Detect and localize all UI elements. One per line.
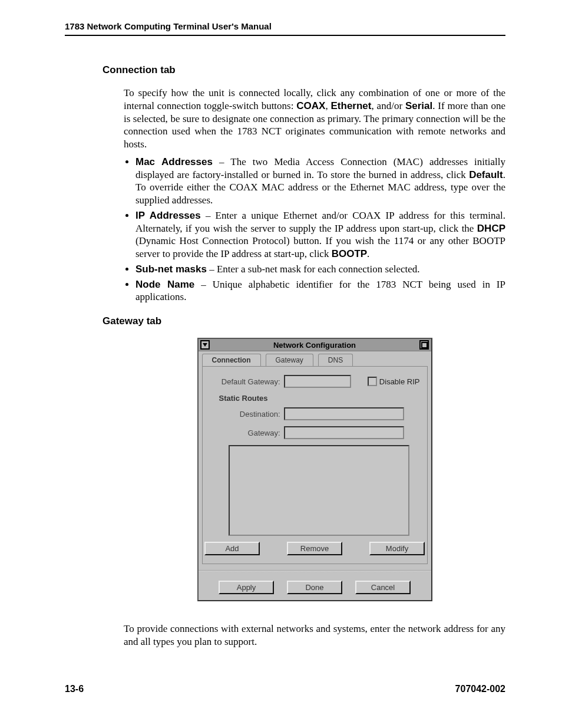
bullet-ip-dhcp: DHCP [477,223,505,234]
dialog-button-row: Apply Done Cancel [199,575,431,599]
route-button-row: Add Remove Modify [210,542,420,555]
gateway-label: Gateway: [222,429,284,437]
remove-button[interactable]: Remove [287,542,342,555]
bullet-subnet-text: – Enter a sub-net mask for each connecti… [207,263,420,275]
tab-connection[interactable]: Connection [202,354,261,366]
running-header: 1783 Network Computing Terminal User's M… [65,21,505,36]
window-menu-button[interactable] [200,340,210,350]
maximize-button[interactable] [419,340,429,350]
destination-input[interactable] [284,407,404,420]
bullet-node: Node Name – Unique alphabetic identifier… [135,278,505,304]
disable-rip-label: Disable RIP [379,377,420,386]
bullet-mac: Mac Addresses – The two Media Access Con… [135,156,505,207]
tab-gateway[interactable]: Gateway [266,354,313,366]
row-gateway: Gateway: [222,426,420,439]
kw-serial: Serial [405,100,432,111]
bullet-ip-bootp: BOOTP [332,248,367,259]
divider [199,570,431,571]
done-button[interactable]: Done [287,581,342,594]
bullet-node-label: Node Name [135,279,194,290]
intro-paragraph: To specify how the unit is connected loc… [124,87,505,151]
gateway-closing-paragraph: To provide connections with external net… [124,622,505,648]
tab-dns[interactable]: DNS [318,354,353,366]
page-number: 13-6 [65,684,84,694]
titlebar: Network Configuration [199,339,431,351]
tab-panel-gateway: Default Gateway: Disable RIP Static Rout… [202,366,428,564]
intro-text-b: , and/or [372,100,405,111]
dialog-figure: Network Configuration Connection Gateway… [124,338,505,601]
document-number: 707042-002 [455,684,505,694]
cancel-button[interactable]: Cancel [355,581,411,594]
add-button[interactable]: Add [204,542,260,555]
square-icon [421,342,428,348]
heading-gateway-tab: Gateway tab [103,315,505,327]
bullet-subnet-label: Sub-net masks [135,263,207,275]
bullet-ip-text-c: . [367,248,369,259]
kw-ethernet: Ethernet [331,100,372,111]
heading-connection-tab: Connection tab [103,64,505,76]
destination-label: Destination: [222,410,284,419]
network-config-dialog: Network Configuration Connection Gateway… [197,338,432,601]
disable-rip-checkbox[interactable] [368,377,377,386]
bullet-mac-default: Default [469,169,503,180]
apply-button[interactable]: Apply [219,581,274,594]
row-destination: Destination: [222,407,420,420]
sep-comma-1: , [325,100,330,111]
default-gateway-label: Default Gateway: [210,377,284,386]
static-routes-label: Static Routes [219,394,420,403]
dialog-title: Network Configuration [273,341,356,350]
gateway-input[interactable] [284,426,404,439]
bullet-mac-label: Mac Addresses [135,156,213,167]
tab-strip: Connection Gateway DNS [199,351,431,366]
static-routes-list[interactable] [229,445,409,536]
bullet-ip: IP Addresses – Enter a unique Ethernet a… [135,209,505,261]
bullet-ip-label: IP Addresses [135,210,201,221]
bullet-ip-text-b: (Dynamic Host Connection Protocol) butto… [135,235,505,259]
modify-button[interactable]: Modify [369,542,425,555]
bullet-subnet: Sub-net masks – Enter a sub-net mask for… [135,263,505,276]
page-footer: 13-6 707042-002 [65,684,505,694]
row-default-gateway: Default Gateway: Disable RIP [210,375,420,388]
bullet-list: Mac Addresses – The two Media Access Con… [124,156,505,304]
kw-coax: COAX [296,100,325,111]
default-gateway-input[interactable] [284,375,351,388]
caret-down-icon [203,343,207,347]
